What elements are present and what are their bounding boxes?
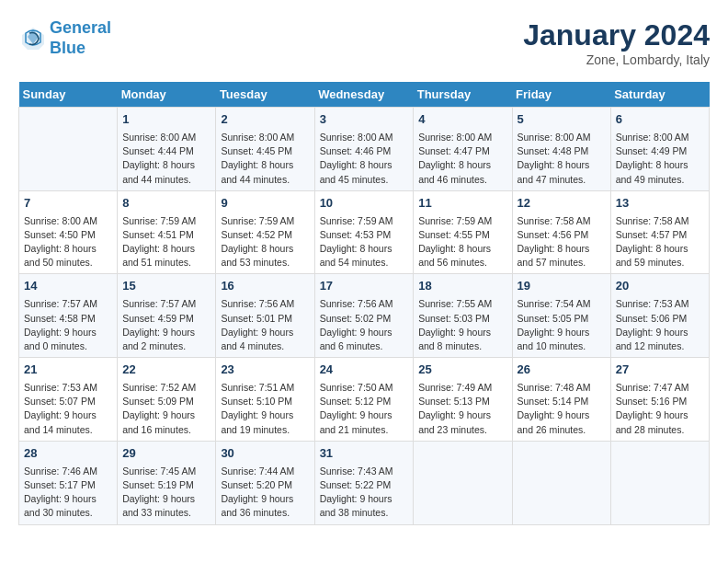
location-subtitle: Zone, Lombardy, Italy <box>523 52 710 67</box>
day-info-line: and 26 minutes. <box>518 423 606 437</box>
day-info-line: Sunrise: 7:54 AM <box>518 297 606 311</box>
month-title: January 2024 <box>523 18 710 52</box>
day-number: 24 <box>320 362 409 379</box>
header-cell-monday: Monday <box>118 82 216 108</box>
day-info-line: Sunset: 4:49 PM <box>616 144 704 158</box>
header-cell-wednesday: Wednesday <box>314 82 414 108</box>
day-number: 4 <box>418 111 506 129</box>
day-cell: 17Sunrise: 7:56 AMSunset: 5:02 PMDayligh… <box>314 274 414 358</box>
day-cell: 14Sunrise: 7:57 AMSunset: 4:58 PMDayligh… <box>19 274 118 358</box>
day-info-line: and 49 minutes. <box>616 173 704 187</box>
day-info-line: Sunset: 4:51 PM <box>122 228 210 242</box>
day-info-line: Daylight: 9 hours <box>320 326 409 339</box>
day-cell <box>610 441 709 524</box>
day-info-line: Sunset: 4:57 PM <box>616 228 704 242</box>
day-number: 14 <box>24 278 112 295</box>
day-number: 28 <box>24 445 112 463</box>
day-cell: 12Sunrise: 7:58 AMSunset: 4:56 PMDayligh… <box>512 190 610 274</box>
day-info-line: Daylight: 8 hours <box>418 242 506 256</box>
day-info-line: and 19 minutes. <box>221 423 309 437</box>
day-number: 6 <box>616 111 704 129</box>
header-cell-sunday: Sunday <box>19 82 118 108</box>
day-info-line: Daylight: 8 hours <box>221 242 309 256</box>
day-info-line: Daylight: 9 hours <box>122 492 210 506</box>
day-info-line: Sunset: 5:20 PM <box>221 478 309 492</box>
day-info-line: Sunrise: 7:59 AM <box>122 214 210 228</box>
day-info-line: Sunset: 5:17 PM <box>24 478 112 492</box>
day-cell: 23Sunrise: 7:51 AMSunset: 5:10 PMDayligh… <box>216 358 314 442</box>
day-info-line: and 21 minutes. <box>320 423 409 437</box>
day-info-line: Sunset: 5:03 PM <box>418 312 506 326</box>
day-cell <box>512 441 610 524</box>
day-info-line: Sunrise: 8:00 AM <box>320 131 409 144</box>
day-info-line: Sunset: 4:47 PM <box>418 144 506 158</box>
day-info-line: and 2 minutes. <box>122 339 210 353</box>
day-cell: 19Sunrise: 7:54 AMSunset: 5:05 PMDayligh… <box>512 274 610 358</box>
day-info-line: Sunrise: 7:53 AM <box>24 381 112 395</box>
day-info-line: Sunset: 5:05 PM <box>518 312 606 326</box>
day-info-line: Daylight: 8 hours <box>320 242 409 256</box>
day-info-line: Sunrise: 7:58 AM <box>518 214 606 228</box>
day-info-line: Sunrise: 8:00 AM <box>122 131 210 144</box>
day-info-line: and 51 minutes. <box>122 256 210 270</box>
logo: General Blue <box>18 18 111 58</box>
day-info-line: and 30 minutes. <box>24 506 112 520</box>
day-info-line: Daylight: 8 hours <box>122 242 210 256</box>
day-info-line: Sunset: 5:13 PM <box>418 395 506 408</box>
day-info-line: and 36 minutes. <box>221 506 309 520</box>
day-info-line: Daylight: 8 hours <box>518 158 606 172</box>
day-number: 7 <box>24 195 112 213</box>
day-info-line: Sunrise: 8:00 AM <box>418 131 506 144</box>
logo-icon <box>20 26 46 52</box>
day-info-line: Daylight: 9 hours <box>221 326 309 339</box>
day-number: 21 <box>24 362 112 379</box>
day-info-line: and 46 minutes. <box>418 173 506 187</box>
day-info-line: Daylight: 9 hours <box>616 408 704 422</box>
day-cell: 11Sunrise: 7:59 AMSunset: 4:55 PMDayligh… <box>414 190 512 274</box>
day-number: 10 <box>320 195 409 213</box>
day-cell: 29Sunrise: 7:45 AMSunset: 5:19 PMDayligh… <box>118 441 216 524</box>
logo-line2: Blue <box>50 39 85 57</box>
day-info-line: and 14 minutes. <box>24 423 112 437</box>
day-info-line: and 44 minutes. <box>221 173 309 187</box>
day-cell: 10Sunrise: 7:59 AMSunset: 4:53 PMDayligh… <box>314 190 414 274</box>
day-info-line: Daylight: 8 hours <box>24 242 112 256</box>
day-cell: 18Sunrise: 7:55 AMSunset: 5:03 PMDayligh… <box>414 274 512 358</box>
day-info-line: Daylight: 9 hours <box>24 408 112 422</box>
day-cell: 25Sunrise: 7:49 AMSunset: 5:13 PMDayligh… <box>414 358 512 442</box>
day-number: 9 <box>221 195 309 213</box>
day-info-line: Daylight: 9 hours <box>122 408 210 422</box>
day-info-line: and 23 minutes. <box>418 423 506 437</box>
day-info-line: Sunrise: 7:49 AM <box>418 381 506 395</box>
day-info-line: Sunset: 4:50 PM <box>24 228 112 242</box>
day-number: 25 <box>418 362 506 379</box>
day-cell: 13Sunrise: 7:58 AMSunset: 4:57 PMDayligh… <box>610 190 709 274</box>
day-info-line: Sunset: 5:09 PM <box>122 395 210 408</box>
day-number: 5 <box>518 111 606 129</box>
day-number: 31 <box>320 445 409 463</box>
day-info-line: and 10 minutes. <box>518 339 606 353</box>
day-info-line: and 44 minutes. <box>122 173 210 187</box>
day-cell: 30Sunrise: 7:44 AMSunset: 5:20 PMDayligh… <box>216 441 314 524</box>
day-cell: 21Sunrise: 7:53 AMSunset: 5:07 PMDayligh… <box>19 358 118 442</box>
day-number: 12 <box>518 195 606 213</box>
day-info-line: and 38 minutes. <box>320 506 409 520</box>
header-cell-tuesday: Tuesday <box>216 82 314 108</box>
day-info-line: Sunrise: 7:51 AM <box>221 381 309 395</box>
day-cell: 2Sunrise: 8:00 AMSunset: 4:45 PMDaylight… <box>216 108 314 191</box>
day-info-line: Sunset: 5:22 PM <box>320 478 409 492</box>
logo-text: General Blue <box>50 18 111 58</box>
day-cell: 24Sunrise: 7:50 AMSunset: 5:12 PMDayligh… <box>314 358 414 442</box>
day-number: 17 <box>320 278 409 295</box>
day-number: 1 <box>122 111 210 129</box>
day-info-line: Sunset: 5:14 PM <box>518 395 606 408</box>
day-info-line: and 53 minutes. <box>221 256 309 270</box>
day-info-line: Sunset: 4:55 PM <box>418 228 506 242</box>
day-info-line: Sunrise: 7:44 AM <box>221 465 309 478</box>
day-cell: 6Sunrise: 8:00 AMSunset: 4:49 PMDaylight… <box>610 108 709 191</box>
day-info-line: Sunrise: 7:48 AM <box>518 381 606 395</box>
logo-line1: General <box>50 18 111 37</box>
day-cell: 20Sunrise: 7:53 AMSunset: 5:06 PMDayligh… <box>610 274 709 358</box>
day-info-line: Daylight: 8 hours <box>320 158 409 172</box>
day-number: 27 <box>616 362 704 379</box>
